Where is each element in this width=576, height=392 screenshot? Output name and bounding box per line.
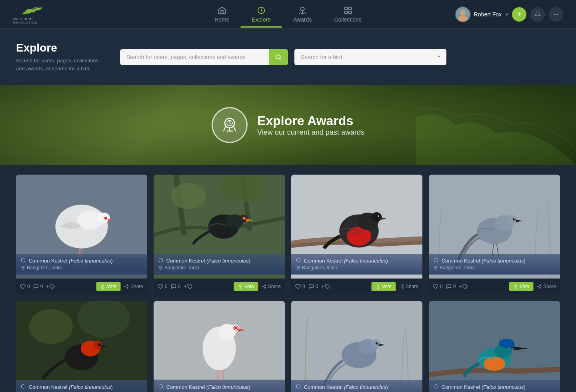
add-tag-button[interactable]: + [321, 284, 330, 289]
user-profile[interactable]: Robert Fox ▾ [455, 6, 508, 22]
more-options-button[interactable] [549, 7, 563, 22]
svg-point-30 [171, 183, 206, 209]
nav-item-collections[interactable]: Collections [323, 3, 372, 26]
svg-point-1 [301, 7, 304, 10]
photo-card: Common Kestrel (Falco tinnunculus) Banga… [291, 301, 422, 392]
svg-point-12 [276, 55, 280, 59]
share-button[interactable]: Share [537, 284, 556, 289]
svg-point-36 [160, 267, 161, 267]
card-actions-4: 0 0 + Vote Share [429, 279, 560, 294]
vote-button[interactable]: Vote [96, 282, 121, 291]
nav-item-home[interactable]: Home [203, 3, 240, 26]
svg-line-72 [538, 285, 540, 286]
bird-search-dropdown-button[interactable] [431, 49, 446, 65]
navbar-right: Robert Fox ▾ + [455, 6, 563, 22]
bird-search-input[interactable] [294, 49, 431, 65]
add-tag-button[interactable]: + [459, 284, 468, 289]
vote-button[interactable]: Vote [371, 282, 396, 291]
navbar: WILD BIRD REVOLUTION Home Explore [0, 0, 576, 29]
photo-card: Common Kestrel (Falco tinnunculus) Banga… [429, 301, 560, 392]
user-name: Robert Fox [474, 11, 502, 18]
notification-button[interactable] [530, 7, 545, 22]
card-info-1: Common Kestrel (Falco tinnunculus) Banga… [16, 254, 147, 275]
svg-point-19 [104, 217, 107, 220]
main-search-input[interactable] [120, 49, 269, 65]
photo-grid: Common Kestrel (Falco tinnunculus) Banga… [16, 175, 560, 392]
card-info-7: Common Kestrel (Falco tinnunculus) Banga… [291, 380, 422, 392]
add-tag-button[interactable]: + [46, 284, 55, 289]
svg-line-42 [263, 287, 264, 288]
svg-rect-3 [348, 7, 351, 9]
nav-item-explore[interactable]: Explore [240, 3, 282, 26]
vote-button[interactable]: Vote [509, 282, 534, 291]
main-nav: Home Explore Awards [203, 3, 373, 26]
logo: WILD BIRD REVOLUTION [13, 4, 53, 25]
photo-card: Common Kestrel (Falco tinnunculus) Banga… [429, 175, 560, 294]
svg-point-39 [264, 285, 266, 286]
svg-point-40 [262, 286, 263, 287]
svg-point-63 [513, 218, 516, 221]
awards-banner-title: Explore Awards [257, 113, 364, 128]
bird-image-5 [16, 301, 147, 392]
svg-point-11 [557, 14, 558, 14]
svg-line-28 [126, 285, 127, 286]
svg-point-10 [554, 14, 554, 14]
bird-image-8 [429, 301, 560, 392]
svg-point-53 [377, 285, 379, 287]
share-button[interactable]: Share [124, 284, 143, 289]
add-button[interactable]: + [512, 7, 526, 22]
svg-point-35 [242, 217, 246, 220]
svg-point-65 [435, 267, 436, 267]
vote-button[interactable]: Vote [234, 282, 258, 291]
svg-point-105 [376, 342, 378, 345]
user-dropdown-chevron[interactable]: ▾ [506, 12, 508, 17]
svg-point-50 [378, 215, 379, 217]
svg-point-25 [124, 286, 126, 287]
svg-point-21 [22, 267, 23, 267]
svg-line-71 [538, 287, 540, 288]
nav-item-awards[interactable]: Awards [282, 3, 323, 26]
share-button[interactable]: Share [262, 284, 281, 289]
photo-card: Common Kestrel (Falco tinnunculus) Banga… [154, 301, 285, 392]
svg-point-23 [102, 285, 104, 287]
card-actions-1: 0 0 + Vote Share [16, 279, 147, 294]
card-info-3: Common Kestrel (Falco tinnunculus) Banga… [291, 254, 422, 275]
svg-rect-114 [429, 301, 560, 392]
main-search-button[interactable] [269, 49, 288, 65]
svg-point-24 [127, 285, 128, 286]
svg-point-26 [127, 287, 128, 289]
card-actions-2: 0 0 + Vote Share [154, 279, 285, 294]
svg-rect-5 [348, 11, 351, 13]
likes-group: 0 [20, 284, 30, 289]
bird-search-bar [294, 49, 446, 65]
explore-title-text: Explore [16, 42, 104, 54]
awards-banner[interactable]: Explore Awards View our current and past… [0, 85, 576, 165]
svg-point-62 [508, 215, 518, 224]
svg-point-54 [402, 285, 403, 286]
svg-rect-4 [344, 11, 347, 13]
explore-header: Explore Search for users, pages, collect… [0, 29, 576, 85]
comments-group: 0 [33, 284, 43, 289]
svg-point-64 [514, 218, 515, 219]
svg-line-57 [401, 287, 402, 288]
card-info-5: Common Kestrel (Falco tinnunculus) Banga… [16, 380, 147, 392]
card-actions-3: 0 0 + Vote Share [291, 279, 422, 294]
search-section [120, 49, 560, 65]
share-button[interactable]: Share [399, 284, 418, 289]
svg-point-68 [540, 285, 541, 286]
svg-point-106 [377, 342, 378, 343]
photo-card: Common Kestrel (Falco tinnunculus) Banga… [16, 301, 147, 392]
svg-point-38 [239, 285, 241, 287]
svg-point-121 [499, 339, 514, 348]
add-tag-button[interactable]: + [184, 284, 193, 289]
main-search-bar [120, 49, 288, 65]
photo-card: Common Kestrel (Falco tinnunculus) Banga… [154, 175, 285, 294]
svg-point-41 [264, 287, 266, 289]
svg-point-92 [234, 326, 237, 329]
svg-point-69 [537, 286, 538, 287]
awards-banner-content: Explore Awards View our current and past… [212, 107, 364, 143]
svg-point-78 [94, 341, 103, 349]
svg-point-79 [98, 343, 101, 346]
photo-card: Common Kestrel (Falco tinnunculus) Banga… [291, 175, 422, 294]
bird-image-6 [154, 301, 285, 392]
